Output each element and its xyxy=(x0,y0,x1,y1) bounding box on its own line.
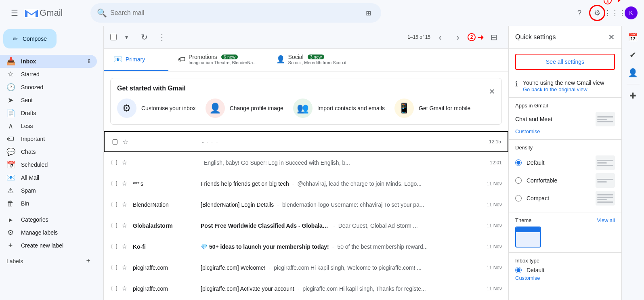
sidebar-item-snoozed[interactable]: 🕐 Snoozed xyxy=(0,81,97,94)
density-compact-radio[interactable] xyxy=(515,195,522,201)
search-bar[interactable]: 🔍 ⊞ xyxy=(90,3,381,23)
star-icon[interactable]: ☆ xyxy=(122,180,130,187)
gs-item-profile[interactable]: 👤 Change profile image xyxy=(206,99,283,118)
tab-promotions[interactable]: 🏷 Promotions 6 new Imaginarium Theatre, … xyxy=(168,49,266,71)
star-icon[interactable]: ☆ xyxy=(122,138,130,146)
tab-social[interactable]: 👤 Social 3 new Scoo.it, Meredith from Sc… xyxy=(266,49,356,71)
filter-button[interactable]: ⊟ xyxy=(486,29,502,45)
tab-primary[interactable]: 📧 Primary xyxy=(104,49,168,71)
apps-in-gmail-section: Apps in Gmail Chat and Meet Customise xyxy=(509,98,621,139)
sidebar-item-scheduled[interactable]: 📅 Scheduled xyxy=(0,158,97,171)
sidebar-item-manage-labels[interactable]: ⚙ Manage labels xyxy=(0,226,97,239)
sidebar-item-less[interactable]: ∧ Less xyxy=(0,120,97,132)
gmail-logo[interactable]: Gmail xyxy=(24,7,63,19)
email-checkbox[interactable] xyxy=(111,139,119,145)
sidebar-item-sent[interactable]: ➤ Sent xyxy=(0,94,97,107)
email-checkbox[interactable] xyxy=(110,181,118,186)
inbox-default-radio[interactable] xyxy=(515,267,522,273)
email-row[interactable]: ☆ English, baby! Go Super! Log in Succee… xyxy=(104,152,508,173)
sidebar-item-all-mail[interactable]: 📧 All Mail xyxy=(0,171,97,184)
gs-item-customise[interactable]: ⚙ Customise your inbox xyxy=(117,99,196,118)
email-sender: Ko-fi xyxy=(133,243,197,250)
email-checkbox[interactable] xyxy=(110,202,118,207)
sidebar-item-starred[interactable]: ☆ Starred xyxy=(0,68,97,81)
right-sidebar-divider xyxy=(627,84,640,84)
right-sidebar-contacts-icon[interactable]: 👤 xyxy=(625,65,641,81)
add-label-button[interactable]: + xyxy=(86,257,90,265)
important-label: Important xyxy=(21,136,45,142)
star-icon[interactable]: ☆ xyxy=(122,222,130,229)
density-default-radio[interactable] xyxy=(515,159,522,166)
email-checkbox[interactable] xyxy=(110,223,118,228)
email-checkbox[interactable] xyxy=(110,160,118,165)
sidebar-item-create-label[interactable]: + Create new label xyxy=(0,239,97,252)
density-comfortable-radio[interactable] xyxy=(515,177,522,184)
avatar[interactable]: K xyxy=(625,6,638,19)
email-row[interactable]: ☆ picgiraffe.com [picgiraffe.com] Welcom… xyxy=(104,257,508,278)
email-row[interactable]: ☆ ·· · - - 12:15 xyxy=(104,131,508,152)
chat-meet-preview xyxy=(596,112,615,126)
sidebar-item-chats[interactable]: 💬 Chats xyxy=(0,145,97,158)
inbox-type-title: Inbox type xyxy=(515,258,615,264)
star-icon[interactable]: ☆ xyxy=(122,285,130,292)
star-icon[interactable]: ☆ xyxy=(122,243,130,250)
prev-page-button[interactable]: ‹ xyxy=(432,29,448,45)
email-checkbox[interactable] xyxy=(110,244,118,249)
view-notice-text: You're using the new Gmail view xyxy=(523,80,604,86)
email-row[interactable]: ☆ ***'s Friends help friends get on big … xyxy=(104,173,508,194)
manage-labels-icon: ⚙ xyxy=(6,228,15,237)
profile-icon: 👤 xyxy=(206,99,225,118)
email-content-row: Friends help friends get on big tech - @… xyxy=(201,180,483,187)
right-sidebar-add-icon[interactable]: ✚ xyxy=(625,88,641,104)
sidebar-item-drafts[interactable]: 📄 Drafts xyxy=(0,107,97,120)
refresh-button[interactable]: ↻ xyxy=(136,29,152,45)
compose-button[interactable]: ✏ Compose xyxy=(3,29,57,48)
email-row[interactable]: ☆ Ko-fi 💎 50+ ideas to launch your membe… xyxy=(104,236,508,257)
more-options-button[interactable]: ⋮ xyxy=(154,29,170,45)
sidebar-item-categories[interactable]: ▸ Categories xyxy=(0,213,97,226)
sidebar-item-bin[interactable]: 🗑 Bin xyxy=(0,197,97,210)
inbox-icon: 📥 xyxy=(6,57,15,66)
right-sidebar-tasks-icon[interactable]: ✔ xyxy=(625,47,641,63)
close-get-started-button[interactable]: ✕ xyxy=(489,87,495,96)
star-icon[interactable]: ☆ xyxy=(122,159,130,166)
sidebar-item-inbox[interactable]: 📥 Inbox 8 xyxy=(0,55,97,68)
gs-item-import[interactable]: 👥 Import contacts and emails xyxy=(293,99,385,118)
search-input[interactable] xyxy=(110,9,359,17)
next-page-button[interactable]: › xyxy=(450,29,466,45)
help-button[interactable]: ? xyxy=(571,5,587,21)
sidebar-item-spam[interactable]: ⚠ Spam xyxy=(0,184,97,197)
snoozed-label: Snoozed xyxy=(21,84,43,90)
email-row[interactable]: ☆ BlenderNation [BlenderNation] Login De… xyxy=(104,194,508,215)
email-checkbox[interactable] xyxy=(110,286,118,291)
email-checkbox[interactable] xyxy=(110,265,118,270)
search-icon: 🔍 xyxy=(97,8,107,18)
email-subject: Post Free Worldwide Classified Ads - Glo… xyxy=(201,222,330,229)
right-sidebar-calendar-icon[interactable]: 📅 xyxy=(625,29,641,45)
see-all-settings-button[interactable]: See all settings xyxy=(515,54,615,70)
categories-icon: ▸ xyxy=(6,215,15,224)
select-dropdown-button[interactable]: ▾ xyxy=(118,29,134,45)
density-comfortable-preview xyxy=(596,173,615,188)
email-row[interactable]: ☆ Globaladstorm Post Free Worldwide Clas… xyxy=(104,215,508,236)
go-back-link[interactable]: Go back to the original view xyxy=(523,86,587,92)
view-all-link[interactable]: View all xyxy=(597,217,615,223)
email-row[interactable]: ☆ picgiraffe.com [picgiraffe.com] Activa… xyxy=(104,278,508,299)
chats-icon: 💬 xyxy=(6,147,15,156)
gs-item-mobile[interactable]: 📱 Get Gmail for mobile xyxy=(394,99,470,118)
sidebar-item-important[interactable]: 🏷 Important xyxy=(0,132,97,145)
menu-button[interactable]: ☰ xyxy=(6,5,23,21)
star-icon[interactable]: ☆ xyxy=(122,201,130,208)
qs-close-button[interactable]: ✕ xyxy=(608,32,615,42)
email-time: 11 Nov xyxy=(487,181,502,187)
apps-gmail-title: Apps in Gmail xyxy=(515,103,615,109)
settings-button[interactable]: ⚙ xyxy=(589,5,605,21)
select-all-checkbox[interactable] xyxy=(110,34,117,40)
star-icon[interactable]: ☆ xyxy=(122,264,130,271)
apps-button[interactable]: ⋮⋮⋮ xyxy=(607,5,623,21)
customise-inbox-link[interactable]: Customise xyxy=(515,275,615,281)
customise-link[interactable]: Customise xyxy=(515,128,540,134)
primary-tab-icon: 📧 xyxy=(113,55,122,64)
theme-preview[interactable] xyxy=(515,227,541,248)
search-options-button[interactable]: ⊞ xyxy=(362,6,375,19)
